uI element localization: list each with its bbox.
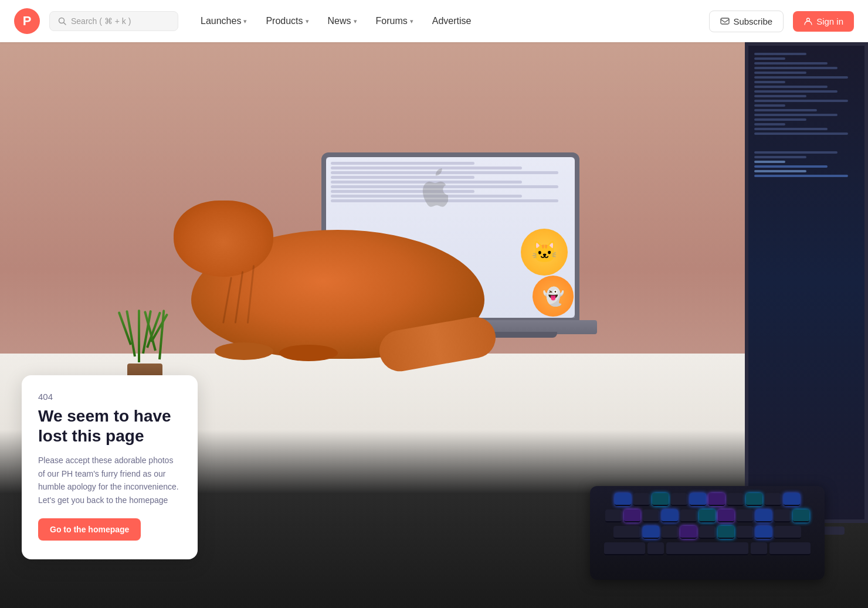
chevron-down-icon: ▾ — [410, 18, 413, 25]
error-title: We seem to have lost this page — [38, 406, 181, 446]
subscribe-button[interactable]: Subscribe — [709, 11, 784, 32]
monitor-line — [754, 151, 838, 154]
monitor-line — [754, 161, 785, 163]
monitor-line — [754, 114, 838, 116]
key-row — [597, 493, 818, 506]
key — [633, 493, 650, 506]
search-placeholder: Search ( ⌘ + k ) — [71, 16, 131, 26]
error-card: 404 We seem to have lost this page Pleas… — [22, 375, 198, 559]
key — [774, 526, 801, 539]
nav-item-launches[interactable]: Launches ▾ — [192, 11, 255, 31]
monitor-line — [754, 100, 848, 102]
monitor-line — [754, 86, 828, 88]
key — [615, 493, 631, 506]
cat-body — [156, 124, 508, 371]
key — [718, 526, 734, 539]
key — [643, 526, 659, 539]
key — [784, 493, 800, 506]
monitor-line — [754, 170, 806, 172]
nav-item-products[interactable]: Products ▾ — [257, 11, 317, 31]
key — [662, 510, 678, 522]
monitor-content — [748, 46, 864, 519]
chevron-down-icon: ▾ — [243, 18, 247, 25]
key-row — [597, 510, 818, 522]
error-description: Please accept these adorable photos of o… — [38, 454, 181, 507]
search-icon — [58, 17, 66, 25]
signin-button[interactable]: Sign in — [793, 11, 854, 32]
monitor-line — [754, 72, 806, 74]
monitor-line — [754, 156, 806, 158]
monitor-line — [754, 53, 806, 55]
key — [680, 526, 697, 539]
key — [746, 493, 762, 506]
svg-rect-2 — [721, 18, 729, 24]
key — [662, 526, 678, 539]
cat-head — [174, 201, 273, 277]
monitor-line — [754, 165, 828, 168]
key — [708, 493, 725, 506]
svg-line-1 — [64, 23, 66, 25]
monitor-line — [754, 81, 785, 83]
nav-item-forums[interactable]: Forums ▾ — [368, 11, 422, 31]
monitor-line — [754, 95, 806, 97]
monitor-line — [754, 128, 828, 130]
monitor-line — [754, 90, 838, 93]
key — [774, 510, 791, 522]
key — [737, 510, 753, 522]
monitor-line — [754, 123, 785, 125]
subscribe-icon — [720, 16, 730, 26]
monitor-line — [754, 104, 785, 107]
key — [755, 526, 772, 539]
monitor-line — [754, 76, 848, 79]
navbar: P Search ( ⌘ + k ) Launches ▾ Products ▾… — [0, 0, 868, 42]
cat-paw-left — [215, 342, 273, 360]
monitor-line — [754, 133, 848, 135]
chevron-down-icon: ▾ — [306, 18, 309, 25]
key — [737, 526, 753, 539]
key — [647, 542, 664, 555]
key-space — [666, 542, 748, 555]
nav-item-news[interactable]: News ▾ — [320, 11, 365, 31]
site-logo[interactable]: P — [14, 8, 40, 34]
key — [699, 510, 716, 522]
monitor-line — [754, 118, 806, 121]
nav-item-advertise[interactable]: Advertise — [424, 11, 480, 31]
search-bar[interactable]: Search ( ⌘ + k ) — [49, 11, 178, 31]
key — [643, 510, 659, 522]
key — [613, 526, 640, 539]
key — [769, 542, 811, 555]
key — [751, 542, 767, 555]
laptop-sticker-cat: 🐱 — [521, 229, 568, 276]
svg-point-3 — [807, 18, 810, 21]
key — [605, 510, 622, 522]
signin-icon — [803, 16, 813, 26]
monitor-line — [754, 57, 785, 60]
key — [671, 493, 687, 506]
monitor-line — [754, 62, 828, 64]
error-code: 404 — [38, 392, 181, 402]
homepage-button[interactable]: Go to the homepage — [38, 518, 141, 541]
cat-paw-right — [279, 345, 338, 361]
key — [718, 510, 734, 522]
monitor-line — [754, 109, 817, 111]
monitor-line — [754, 175, 848, 177]
key-row — [597, 526, 818, 539]
key — [727, 493, 744, 506]
laptop-sticker-ghost: 👻 — [533, 276, 574, 317]
key — [652, 493, 669, 506]
key — [690, 493, 706, 506]
chevron-down-icon: ▾ — [354, 18, 357, 25]
key — [699, 526, 716, 539]
nav-items: Launches ▾ Products ▾ News ▾ Forums ▾ Ad… — [192, 11, 479, 31]
key-row — [597, 542, 818, 555]
key — [755, 510, 772, 522]
key — [793, 510, 809, 522]
monitor-screen — [745, 42, 868, 523]
key — [765, 493, 781, 506]
key — [624, 510, 640, 522]
keyboard — [590, 486, 825, 580]
key — [604, 542, 645, 555]
key — [680, 510, 697, 522]
monitor-line — [754, 67, 838, 69]
